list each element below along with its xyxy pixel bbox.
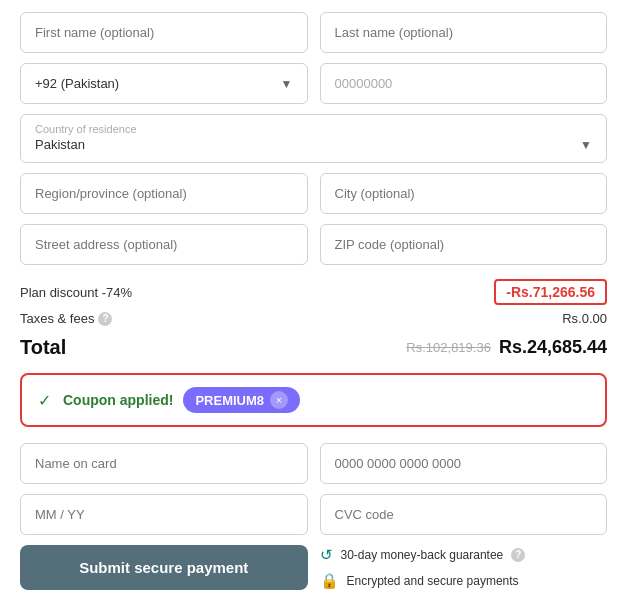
guarantee-icon: ↺ xyxy=(320,546,333,564)
total-final-price: Rs.24,685.44 xyxy=(499,337,607,358)
city-input[interactable] xyxy=(320,173,608,214)
total-prices: Rs.102,819.36 Rs.24,685.44 xyxy=(406,337,607,358)
submit-payment-button[interactable]: Submit secure payment xyxy=(20,545,308,590)
taxes-label: Taxes & fees ? xyxy=(20,311,112,326)
taxes-value: Rs.0.00 xyxy=(562,311,607,326)
lock-icon: 🔒 xyxy=(320,572,339,590)
guarantee-text: 30-day money-back guarantee xyxy=(341,548,504,562)
country-value: Pakistan xyxy=(35,137,85,152)
discount-value: -Rs.71,266.56 xyxy=(494,279,607,305)
phone-code-select[interactable]: +92 (Pakistan) ▼ xyxy=(20,63,308,104)
discount-label: Plan discount -74% xyxy=(20,285,132,300)
coupon-code: PREMIUM8 xyxy=(195,393,264,408)
coupon-applied-text: Coupon applied! xyxy=(63,392,173,408)
zip-input[interactable] xyxy=(320,224,608,265)
card-number-input[interactable] xyxy=(320,443,608,484)
total-original-price: Rs.102,819.36 xyxy=(406,340,491,355)
guarantee-info-icon[interactable]: ? xyxy=(511,548,525,562)
info-icon[interactable]: ? xyxy=(98,312,112,326)
country-select[interactable]: Country of residence Pakistan ▼ xyxy=(20,114,607,163)
country-label: Country of residence xyxy=(35,123,592,135)
phone-number-input[interactable] xyxy=(320,63,608,104)
street-input[interactable] xyxy=(20,224,308,265)
coupon-box: ✓ Coupon applied! PREMIUM8 × xyxy=(20,373,607,427)
total-label: Total xyxy=(20,336,66,359)
name-on-card-input[interactable] xyxy=(20,443,308,484)
last-name-input[interactable] xyxy=(320,12,608,53)
coupon-remove-button[interactable]: × xyxy=(270,391,288,409)
cvc-input[interactable] xyxy=(320,494,608,535)
phone-code-label: +92 (Pakistan) xyxy=(35,76,119,91)
chevron-down-icon: ▼ xyxy=(281,77,293,91)
check-icon: ✓ xyxy=(38,391,51,410)
first-name-input[interactable] xyxy=(20,12,308,53)
chevron-down-icon: ▼ xyxy=(580,138,592,152)
coupon-badge: PREMIUM8 × xyxy=(183,387,300,413)
security-info: ↺ 30-day money-back guarantee ? 🔒 Encryp… xyxy=(320,545,608,590)
region-input[interactable] xyxy=(20,173,308,214)
expiry-input[interactable] xyxy=(20,494,308,535)
encrypted-text: Encrypted and secure payments xyxy=(347,574,519,588)
